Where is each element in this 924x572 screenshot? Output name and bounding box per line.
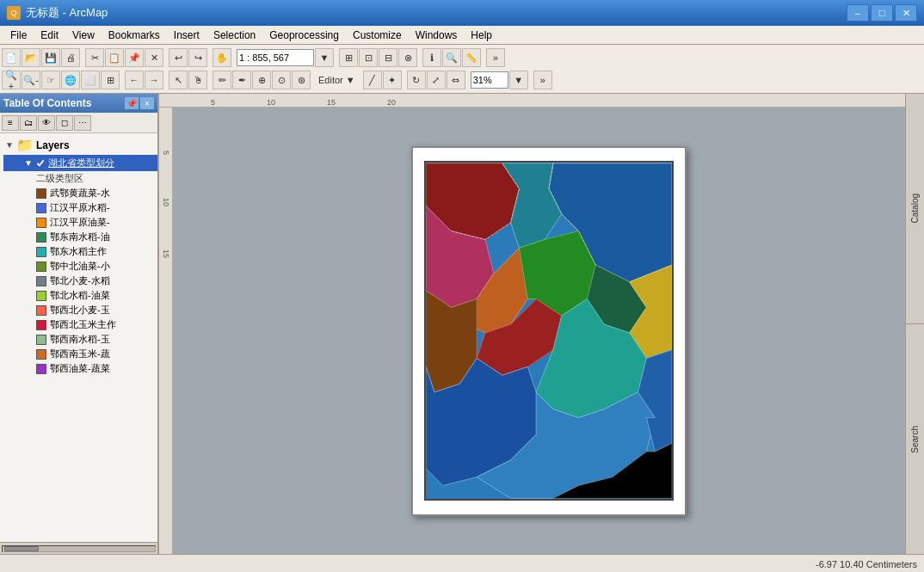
menu-windows[interactable]: Windows	[409, 28, 465, 43]
zoom-out-button[interactable]: 🔍-	[22, 71, 40, 89]
legend-item-11: 鄂西南玉米-蔬	[36, 347, 157, 361]
zoom-in-button[interactable]: 🔍+	[2, 71, 21, 89]
close-button[interactable]: ✕	[895, 4, 917, 22]
title-bar: Q 无标题 - ArcMap – □ ✕	[0, 0, 924, 26]
window-title: 无标题 - ArcMap	[26, 5, 108, 21]
menu-insert[interactable]: Insert	[167, 28, 206, 43]
rotate-button[interactable]: ↻	[407, 71, 426, 89]
open-button[interactable]: 📂	[22, 48, 40, 67]
new-button[interactable]: 📄	[2, 48, 21, 67]
measure-button[interactable]: 📏	[462, 48, 481, 67]
menu-view[interactable]: View	[65, 28, 102, 43]
fit-full-button[interactable]: ⬜	[81, 71, 100, 89]
hand-button[interactable]: ☞	[41, 71, 60, 89]
ruler-mark-10: 10	[267, 98, 275, 107]
edit2-tool[interactable]: ✒	[232, 71, 251, 89]
undo-button[interactable]: ↩	[169, 48, 188, 67]
sketch-button[interactable]: ╱	[363, 71, 382, 89]
zoom-percent-input[interactable]: 31%	[471, 71, 508, 89]
find-button[interactable]: 🔍	[442, 48, 461, 67]
zoom-pct-dropdown[interactable]: ▼	[509, 71, 528, 89]
legend-text-10: 鄂西南水稻-玉	[50, 333, 110, 346]
coordinates-display: -6.97 10.40 Centimeters	[816, 559, 917, 569]
menu-selection[interactable]: Selection	[206, 28, 262, 43]
legend-item-4: 鄂东水稻主作	[36, 244, 157, 259]
minimize-button[interactable]: –	[847, 4, 869, 22]
delete-button[interactable]: ✕	[145, 48, 163, 67]
globe-button[interactable]: 🌐	[61, 71, 80, 89]
editor-label[interactable]: Editor ▼	[316, 75, 358, 85]
ruler-horizontal: 5 10 15 20	[159, 94, 905, 108]
toc-list-btn[interactable]: ≡	[2, 115, 19, 131]
fixed-zoom-button[interactable]: ⊞	[101, 71, 120, 89]
maximize-button[interactable]: □	[871, 4, 893, 22]
legend-item-5: 鄂中北油菜-小	[36, 259, 157, 274]
map-frame	[424, 161, 674, 501]
identify-button[interactable]: ℹ	[422, 48, 441, 67]
edit5-tool[interactable]: ⊛	[292, 71, 311, 89]
menu-customize[interactable]: Customize	[346, 28, 409, 43]
legend-swatch-6	[36, 276, 46, 286]
catalog-sidebar: Catalog Search	[905, 94, 924, 554]
cursor-button[interactable]: 🖱	[188, 71, 207, 89]
zoom-layer-button[interactable]: ⊡	[359, 48, 378, 67]
legend-swatch-11	[36, 349, 46, 360]
menu-edit[interactable]: Edit	[34, 28, 65, 43]
toc-options-btn[interactable]: ⋯	[74, 115, 91, 131]
status-bar: -6.97 10.40 Centimeters	[0, 554, 924, 572]
edit-tool[interactable]: ✏	[213, 71, 231, 89]
more-sketch[interactable]: ✦	[383, 71, 402, 89]
edit4-tool[interactable]: ⊙	[272, 71, 291, 89]
cut-button[interactable]: ✂	[85, 48, 104, 67]
toc-panel: Table Of Contents 📌 × ≡ 🗂 👁 ◻ ⋯ ▼ 📁 Laye…	[0, 94, 159, 554]
scroll-thumb[interactable]	[4, 546, 39, 551]
redo-button[interactable]: ↪	[188, 48, 207, 67]
legend-swatch-1	[36, 203, 46, 213]
toc-close-button[interactable]: ×	[140, 97, 154, 109]
search-tab[interactable]: Search	[906, 324, 924, 554]
scale-tool-button[interactable]: ⤢	[427, 71, 446, 89]
copy-button[interactable]: 📋	[105, 48, 124, 67]
menu-geoprocessing[interactable]: Geoprocessing	[262, 28, 346, 43]
scale-input[interactable]: 1 : 855, 567	[237, 49, 314, 66]
legend-swatch-12	[36, 364, 46, 374]
toc-scrollbar[interactable]	[0, 542, 157, 554]
save-button[interactable]: 💾	[41, 48, 60, 67]
legend-text-9: 鄂西北玉米主作	[50, 318, 116, 331]
pan-button[interactable]: ✋	[213, 48, 231, 67]
legend-item-6: 鄂北小麦-水稻	[36, 274, 157, 288]
mirror-button[interactable]: ⇔	[447, 71, 465, 89]
menu-bar: File Edit View Bookmarks Insert Selectio…	[0, 26, 924, 45]
legend-swatch-7	[36, 291, 46, 301]
paste-button[interactable]: 📌	[125, 48, 144, 67]
menu-file[interactable]: File	[3, 28, 34, 43]
select-button[interactable]: ↖	[169, 71, 188, 89]
zoom-full-button[interactable]: ⊞	[339, 48, 358, 67]
legend-swatch-4	[36, 247, 46, 257]
legend-title: 二级类型区	[36, 171, 157, 186]
back-nav-button[interactable]: ←	[125, 71, 144, 89]
scale-dropdown-button[interactable]: ▼	[315, 48, 334, 67]
toc-pin-button[interactable]: 📌	[125, 97, 139, 109]
map-area[interactable]: 5 10 15 20 5 10 15	[159, 94, 924, 554]
edit3-tool[interactable]: ⊕	[252, 71, 271, 89]
more-tb2[interactable]: »	[533, 71, 552, 89]
legend-item-2: 江汉平原油菜-	[36, 215, 157, 230]
zoom-last-button[interactable]: ⊗	[398, 48, 417, 67]
layer-checkbox[interactable]	[35, 158, 46, 169]
legend-text-6: 鄂北小麦-水稻	[50, 274, 110, 287]
menu-help[interactable]: Help	[464, 28, 499, 43]
toc-visibility-btn[interactable]: 👁	[38, 115, 55, 131]
catalog-tab[interactable]: Catalog	[906, 94, 924, 324]
toc-selection-btn[interactable]: ◻	[56, 115, 73, 131]
more-tb1[interactable]: »	[486, 48, 505, 67]
legend-item-12: 鄂西油菜-蔬菜	[36, 361, 157, 376]
fwd-nav-button[interactable]: →	[145, 71, 163, 89]
zoom-select-button[interactable]: ⊟	[379, 48, 397, 67]
scroll-track[interactable]	[2, 545, 156, 552]
layer-item-hubei[interactable]: ▼ 湖北省类型划分	[3, 155, 157, 171]
print-button[interactable]: 🖨	[61, 48, 80, 67]
toc-group-header[interactable]: ▼ 📁 Layers	[3, 135, 157, 155]
menu-bookmarks[interactable]: Bookmarks	[102, 28, 167, 43]
toc-source-btn[interactable]: 🗂	[20, 115, 37, 131]
